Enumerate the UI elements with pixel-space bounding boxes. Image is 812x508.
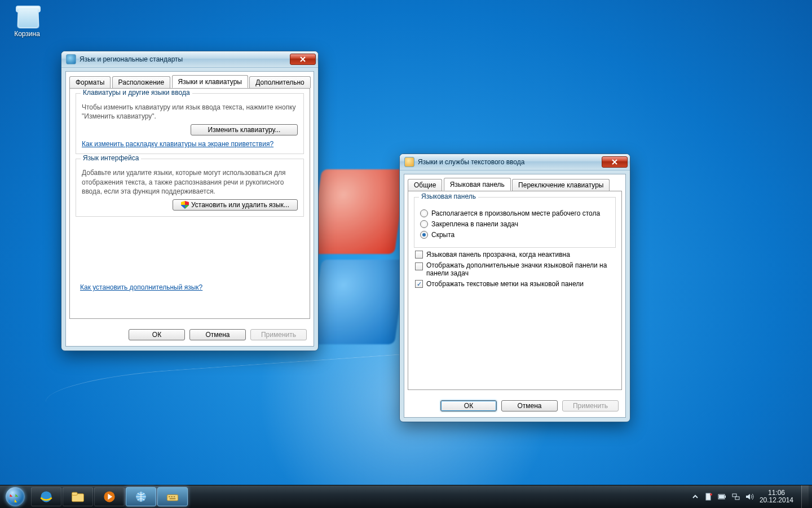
tray-clock[interactable]: 11:06 20.12.2014	[758, 489, 797, 504]
taskbar[interactable]: 11:06 20.12.2014	[0, 485, 812, 508]
radio-icon	[420, 209, 428, 217]
ok-button[interactable]: ОК	[440, 400, 497, 411]
group-keyboards: Клавиатуры и другие языки ввода Чтобы из…	[76, 93, 304, 154]
cancel-button[interactable]: Отмена	[501, 400, 558, 411]
radio-icon	[420, 220, 428, 228]
svg-rect-2	[72, 492, 78, 495]
recycle-bin-icon	[14, 3, 40, 29]
close-button[interactable]	[290, 54, 316, 65]
taskbar-pin-media-player[interactable]	[94, 487, 125, 506]
taskbar-pin-explorer[interactable]	[63, 487, 93, 506]
ok-button[interactable]: ОК	[129, 329, 185, 340]
checkbox-icon	[415, 251, 423, 259]
radio-docked[interactable]: Закреплена в панели задач	[420, 220, 610, 228]
svg-rect-11	[706, 493, 710, 500]
radio-label: Скрыта	[431, 231, 454, 239]
radio-label: Располагается в произвольном месте рабоч…	[431, 209, 600, 217]
checkbox-label: Языковая панель прозрачна, когда неактив…	[426, 251, 570, 259]
link-how-install-language[interactable]: Как установить дополнительный язык?	[80, 283, 202, 291]
dialog-buttons: ОК Отмена Применить	[129, 329, 307, 340]
dialog-buttons: ОК Отмена Применить	[440, 400, 619, 411]
titlebar[interactable]: Язык и региональные стандарты	[61, 51, 318, 68]
svg-rect-16	[719, 495, 724, 498]
tray-action-center-icon[interactable]	[704, 492, 713, 501]
clock-date: 20.12.2014	[760, 497, 793, 504]
check-extra-icons-taskbar[interactable]: Отображать дополнительные значки языково…	[415, 261, 615, 277]
tray-network-icon[interactable]	[731, 492, 740, 501]
window-title: Язык и региональные стандарты	[80, 55, 286, 63]
shield-icon	[181, 201, 189, 209]
tray-show-hidden-icon[interactable]	[691, 492, 700, 501]
titlebar[interactable]: Языки и службы текстового ввода	[400, 154, 630, 170]
apply-button[interactable]: Применить	[562, 400, 619, 411]
hint-text: Чтобы изменить клавиатуру или язык ввода…	[82, 103, 298, 121]
cancel-button[interactable]: Отмена	[189, 329, 246, 340]
group-display-language: Язык интерфейса Добавьте или удалите язы…	[76, 159, 304, 217]
svg-rect-17	[732, 494, 736, 497]
svg-point-13	[710, 493, 712, 496]
window-client: Форматы Расположение Языки и клавиатуры …	[65, 71, 314, 347]
tray-volume-icon[interactable]	[745, 492, 754, 501]
radio-hidden[interactable]: Скрыта	[420, 231, 610, 239]
radio-label: Закреплена в панели задач	[431, 220, 518, 228]
svg-rect-7	[169, 496, 170, 497]
group-legend: Языковая панель	[419, 192, 478, 200]
show-desktop-button[interactable]	[801, 485, 809, 508]
tab-keyboards-languages[interactable]: Языки и клавиатуры	[172, 75, 248, 88]
svg-rect-15	[725, 496, 726, 498]
group-language-bar: Языковая панель Располагается в произвол…	[414, 197, 616, 248]
install-uninstall-languages-button[interactable]: Установить или удалить язык...	[173, 199, 298, 211]
tab-language-bar[interactable]: Языковая панель	[444, 178, 511, 191]
checkbox-label: Отображать текстовые метки на языковой п…	[426, 280, 584, 288]
checkbox-label: Отображать дополнительные значки языково…	[426, 261, 612, 277]
keyboard-icon	[404, 157, 414, 167]
window-client: Общие Языковая панель Переключение клави…	[404, 174, 626, 418]
hint-text: Добавьте или удалите языки, которые могу…	[82, 168, 298, 196]
tab-page: Языковая панель Располагается в произвол…	[408, 191, 622, 390]
start-button[interactable]	[0, 485, 30, 508]
tab-formats[interactable]: Форматы	[69, 76, 111, 88]
svg-rect-10	[170, 498, 176, 500]
tab-advanced-keys[interactable]: Переключение клавиатуры	[512, 179, 610, 191]
tabstrip: Форматы Расположение Языки и клавиатуры …	[69, 75, 310, 89]
globe-icon	[66, 54, 76, 64]
checkbox-icon: ✓	[415, 280, 423, 288]
window-text-services[interactable]: Языки и службы текстового ввода Общие Яз…	[399, 154, 630, 422]
tab-location[interactable]: Расположение	[112, 76, 171, 88]
taskbar-app-region-language[interactable]	[126, 487, 156, 506]
radio-floating[interactable]: Располагается в произвольном месте рабоч…	[420, 209, 610, 217]
check-transparent-inactive[interactable]: Языковая панель прозрачна, когда неактив…	[415, 251, 615, 259]
check-text-labels[interactable]: ✓ Отображать текстовые метки на языковой…	[415, 280, 615, 288]
link-welcome-screen-layout[interactable]: Как изменить раскладку клавиатуры на экр…	[82, 140, 273, 148]
apply-button[interactable]: Применить	[250, 329, 307, 340]
svg-rect-9	[174, 496, 175, 497]
start-orb-icon	[6, 487, 25, 506]
svg-rect-6	[167, 495, 178, 501]
desktop-icon-recycle-bin[interactable]: Корзина	[6, 3, 48, 38]
radio-icon	[420, 231, 428, 239]
taskbar-app-text-services[interactable]	[157, 487, 188, 506]
system-tray[interactable]: 11:06 20.12.2014	[685, 485, 812, 508]
close-button[interactable]	[602, 156, 628, 168]
window-title: Языки и службы текстового ввода	[418, 158, 598, 166]
svg-rect-8	[171, 496, 173, 497]
group-legend: Клавиатуры и другие языки ввода	[81, 89, 192, 97]
tab-administrative[interactable]: Дополнительно	[249, 76, 310, 88]
desktop-icon-label: Корзина	[6, 30, 48, 38]
tab-page: Клавиатуры и другие языки ввода Чтобы из…	[69, 88, 310, 319]
svg-rect-18	[735, 497, 739, 500]
window-region-language[interactable]: Язык и региональные стандарты Форматы Ра…	[61, 51, 319, 351]
desktop[interactable]: Корзина Язык и региональные стандарты Фо…	[0, 0, 812, 485]
group-legend: Язык интерфейса	[81, 154, 141, 162]
tray-power-icon[interactable]	[718, 492, 727, 501]
tabstrip: Общие Языковая панель Переключение клави…	[408, 178, 622, 191]
change-keyboards-button[interactable]: Изменить клавиатуру...	[191, 124, 298, 135]
taskbar-pin-ie[interactable]	[31, 487, 61, 506]
checkbox-icon	[415, 262, 423, 270]
tab-general[interactable]: Общие	[408, 179, 442, 191]
